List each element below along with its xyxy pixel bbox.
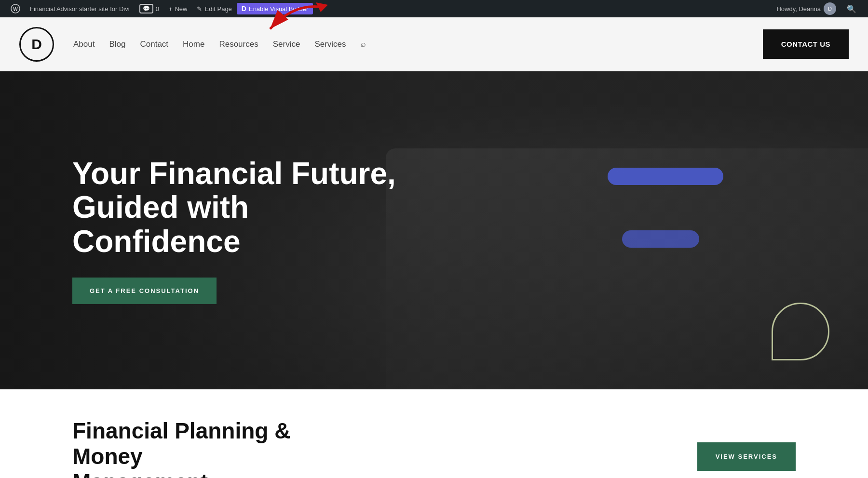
comment-icon: 💬 bbox=[139, 4, 153, 13]
site-header: D About Blog Contact Home Resources Serv… bbox=[0, 17, 868, 71]
site-logo[interactable]: D bbox=[19, 27, 54, 62]
below-fold-heading: Financial Planning & Money Management bbox=[72, 418, 362, 478]
admin-avatar: D bbox=[824, 2, 836, 15]
hero-heading: Your Financial Future, Guided with Confi… bbox=[72, 157, 410, 258]
admin-new[interactable]: + New bbox=[164, 0, 192, 17]
hero-cta-button[interactable]: GET A FREE CONSULTATION bbox=[72, 278, 217, 304]
admin-search-icon[interactable]: 🔍 bbox=[841, 4, 862, 13]
below-fold-section: Financial Planning & Money Management VI… bbox=[0, 389, 868, 478]
chat-circle-decoration bbox=[772, 303, 829, 360]
nav-search-icon[interactable]: ⌕ bbox=[361, 39, 366, 49]
wp-logo-admin[interactable]: W bbox=[6, 0, 25, 17]
admin-site-name[interactable]: Financial Advisor starter site for Divi bbox=[25, 0, 135, 17]
admin-howdy[interactable]: Howdy, Deanna D bbox=[772, 2, 841, 15]
nav-home[interactable]: Home bbox=[183, 40, 204, 49]
nav-about[interactable]: About bbox=[73, 40, 95, 49]
wp-icon: W bbox=[11, 4, 20, 13]
hero-content: Your Financial Future, Guided with Confi… bbox=[72, 157, 410, 304]
nav-services[interactable]: Services bbox=[314, 40, 346, 49]
chat-bubble-1 bbox=[608, 168, 723, 185]
hero-section: Your Financial Future, Guided with Confi… bbox=[0, 71, 868, 389]
contact-us-button[interactable]: CONTACT US bbox=[763, 29, 849, 59]
admin-comments[interactable]: 💬 0 bbox=[135, 0, 164, 17]
site-nav: About Blog Contact Home Resources Servic… bbox=[73, 39, 763, 49]
nav-contact[interactable]: Contact bbox=[140, 40, 168, 49]
admin-enable-vb[interactable]: D Enable Visual Builder bbox=[237, 3, 313, 14]
nav-service[interactable]: Service bbox=[273, 40, 300, 49]
admin-bar: W Financial Advisor starter site for Div… bbox=[0, 0, 868, 17]
chat-bubble-2 bbox=[622, 230, 699, 248]
admin-edit-page[interactable]: ✎ Edit Page bbox=[192, 0, 236, 17]
nav-blog[interactable]: Blog bbox=[109, 40, 125, 49]
logo-circle[interactable]: D bbox=[19, 27, 54, 62]
svg-text:W: W bbox=[13, 7, 18, 12]
view-services-button[interactable]: VIEW SERVICES bbox=[697, 442, 796, 471]
nav-resources[interactable]: Resources bbox=[219, 40, 258, 49]
